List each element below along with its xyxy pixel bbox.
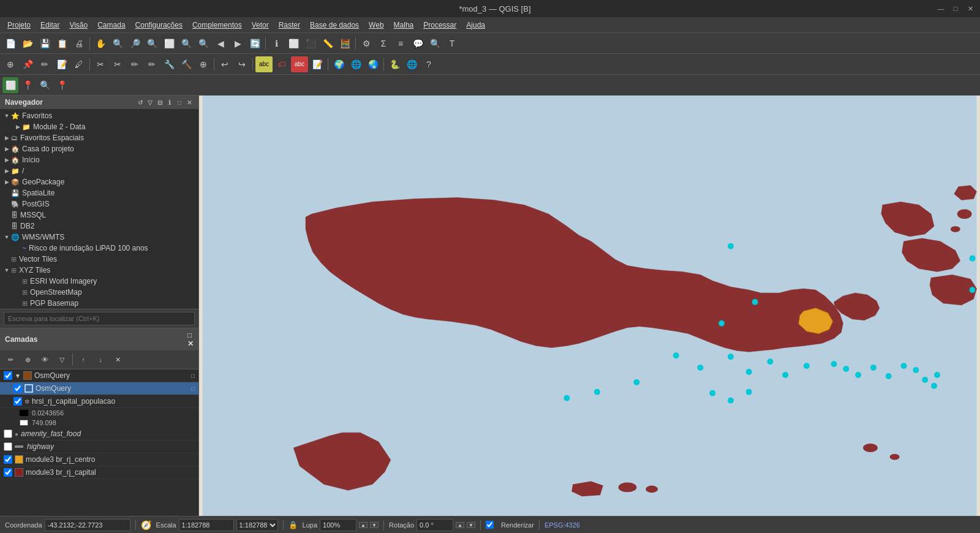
snap4[interactable]: 📍 — [54, 77, 70, 93]
layer-opts-btn[interactable]: □ — [191, 372, 195, 379]
zoom-in-btn[interactable]: 🔎 — [127, 36, 143, 51]
tree-module2[interactable]: ▶ 📁 Module 2 - Data — [0, 121, 198, 132]
layer-opts-osmquery[interactable]: □ — [191, 385, 195, 392]
tree-osmStreetMap[interactable]: ⊞ OpenStreetMap — [0, 287, 198, 298]
close-button[interactable]: ✕ — [965, 4, 975, 13]
expand-favEspaciais[interactable]: ▶ — [2, 135, 11, 141]
layer-eye-btn[interactable]: 👁 — [37, 352, 53, 368]
tree-inicio[interactable]: ▶ 🏠 Início — [0, 154, 198, 165]
navigator-float[interactable]: □ — [175, 98, 184, 107]
layers-float[interactable]: □ — [187, 331, 194, 339]
digitize5[interactable]: 🖊 — [71, 56, 87, 72]
menu-item-projeto[interactable]: Projeto — [2, 20, 36, 31]
layer-edit-btn[interactable]: ✏ — [2, 352, 18, 368]
digitize4[interactable]: 📝 — [54, 56, 70, 72]
globe2[interactable]: 🌐 — [348, 56, 364, 72]
render-checkbox[interactable] — [486, 521, 494, 529]
menu-item-configuraes[interactable]: Configurações — [130, 20, 187, 31]
label1[interactable]: abc — [255, 56, 273, 72]
measure-btn[interactable]: 📏 — [320, 36, 336, 51]
layer-up-btn[interactable]: ↑ — [75, 352, 91, 368]
tree-spatialite[interactable]: 💾 SpatiaLite — [0, 187, 198, 198]
expand-module2[interactable]: ▶ — [13, 124, 22, 130]
tree-geopackage[interactable]: ▶ 📦 GeoPackage — [0, 176, 198, 187]
snap2[interactable]: 📍 — [20, 77, 36, 93]
tree-favEspaciais[interactable]: ▶ 🗂 Favoritos Espaciais — [0, 132, 198, 143]
layer-hrsl[interactable]: ✲ hrsl_rj_capital_populacao — [0, 395, 198, 408]
digitize8[interactable]: ✏ — [127, 56, 143, 72]
lupa-up[interactable]: ▲ — [359, 522, 368, 528]
expand-wmswmts[interactable]: ▼ — [2, 234, 11, 240]
text-btn[interactable]: T — [444, 36, 460, 51]
tree-db2[interactable]: 🗄 DB2 — [0, 221, 198, 232]
map-area[interactable] — [199, 96, 980, 516]
menu-item-basededados[interactable]: Base de dados — [305, 20, 364, 31]
digitize10[interactable]: 🔧 — [161, 56, 177, 72]
navigator-collapse[interactable]: ⊟ — [156, 98, 164, 107]
new-project-btn[interactable]: 📄 — [2, 36, 18, 51]
save-as-btn[interactable]: 📋 — [54, 36, 70, 51]
rot-down[interactable]: ▼ — [467, 522, 475, 528]
label4[interactable]: 📝 — [309, 56, 325, 72]
tree-xyzTiles[interactable]: ▼ ⊞ XYZ Tiles — [0, 265, 198, 276]
layer-checkbox-osmquery-group[interactable] — [4, 371, 12, 380]
lupa-input[interactable] — [320, 519, 356, 531]
menu-item-web[interactable]: Web — [364, 20, 388, 31]
select-btn[interactable]: ⬜ — [285, 36, 301, 51]
layer-down-btn[interactable]: ↓ — [92, 352, 108, 368]
navigator-filter[interactable]: ▽ — [146, 98, 154, 107]
digitize2[interactable]: 📌 — [20, 56, 36, 72]
expand-favoritos[interactable]: ▼ — [2, 113, 11, 119]
scale-input[interactable] — [179, 519, 234, 531]
menu-item-viso[interactable]: Visão — [64, 20, 92, 31]
menu-item-malha[interactable]: Malha — [389, 20, 419, 31]
menu-item-editar[interactable]: Editar — [36, 20, 64, 31]
pan-btn[interactable]: ✋ — [92, 36, 108, 51]
layer-checkbox-highway[interactable] — [4, 442, 12, 451]
zoom-layer-btn[interactable]: 🔍 — [178, 36, 194, 51]
search2-btn[interactable]: 🔍 — [427, 36, 443, 51]
tree-pgpBasemap[interactable]: ⊞ PGP Basemap — [0, 298, 198, 309]
identify-btn[interactable]: ℹ — [268, 36, 284, 51]
zoom-next-btn[interactable]: ▶ — [230, 36, 246, 51]
python-btn[interactable]: 🐍 — [386, 56, 402, 72]
rotation-input[interactable] — [417, 519, 453, 531]
menu-item-raster[interactable]: Raster — [274, 20, 305, 31]
epsg-label[interactable]: EPSG:4326 — [545, 521, 580, 529]
field-calc-btn[interactable]: 🧮 — [337, 36, 353, 51]
plugin3-btn[interactable]: ≡ — [393, 36, 409, 51]
layer-checkbox-centro[interactable] — [4, 455, 12, 464]
globe3[interactable]: 🌏 — [365, 56, 381, 72]
layers-close[interactable]: ✕ — [187, 339, 194, 348]
digitize1[interactable]: ⊕ — [2, 56, 18, 72]
undo-btn[interactable]: ↩ — [217, 56, 233, 72]
open-btn[interactable]: 📂 — [20, 36, 36, 51]
maximize-button[interactable]: □ — [951, 4, 960, 13]
zoom-out-btn[interactable]: 🔍 — [144, 36, 160, 51]
layer-osmquery-group[interactable]: ▼ OsmQuery □ — [0, 369, 198, 382]
expand-slash[interactable]: ▶ — [2, 168, 11, 174]
navigator-refresh[interactable]: ↺ — [136, 98, 145, 107]
layer-checkbox-capital[interactable] — [4, 468, 12, 477]
globe1[interactable]: 🌍 — [331, 56, 347, 72]
label3[interactable]: abc — [291, 56, 308, 72]
coord-input[interactable] — [45, 519, 130, 531]
menu-item-processar[interactable]: Processar — [418, 20, 461, 31]
print-btn[interactable]: 🖨 — [71, 36, 87, 51]
navigator-info[interactable]: ℹ — [165, 98, 174, 107]
digitize11[interactable]: 🔨 — [178, 56, 194, 72]
scale-dropdown[interactable]: 1:182788 — [236, 519, 278, 531]
layer-osmquery[interactable]: OsmQuery □ — [0, 382, 198, 395]
layer-capital[interactable]: module3 br_rj_capital — [0, 466, 198, 479]
layer-checkbox-hrsl[interactable] — [13, 397, 22, 406]
snap3[interactable]: 🔍 — [37, 77, 53, 93]
rot-up[interactable]: ▲ — [456, 522, 464, 528]
label2[interactable]: 🏷 — [274, 56, 290, 72]
navigator-close[interactable]: ✕ — [185, 98, 194, 107]
zoom-full-btn[interactable]: 🔍 — [110, 36, 126, 51]
tree-postgis[interactable]: 🐘 PostGIS — [0, 198, 198, 210]
lupa-down[interactable]: ▼ — [370, 522, 379, 528]
web-btn[interactable]: 🌐 — [404, 56, 420, 72]
search-input[interactable] — [4, 312, 195, 325]
tree-casaProjeto[interactable]: ▶ 🏠 Casa do projeto — [0, 143, 198, 154]
